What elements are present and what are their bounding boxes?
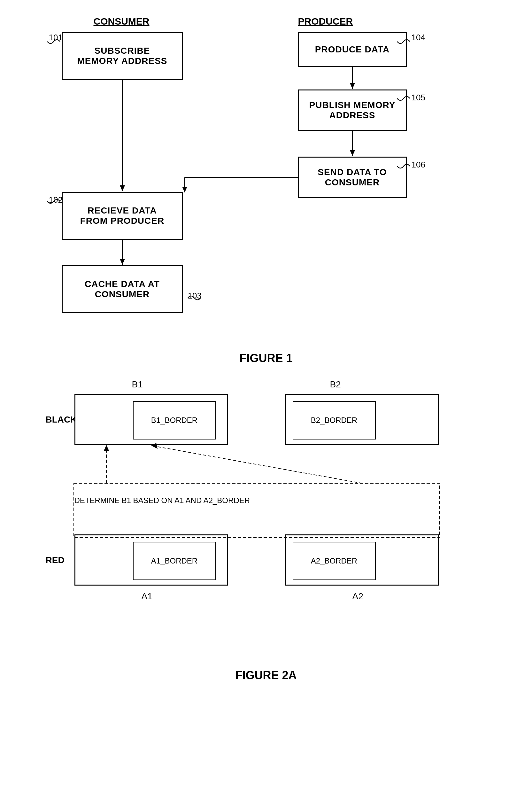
b1-outer-box: B1_BORDER: [74, 394, 228, 445]
a2-outer-box: A2_BORDER: [285, 534, 439, 586]
ref-102: 102: [49, 195, 63, 205]
svg-marker-15: [104, 445, 109, 451]
producer-label: PRODUCER: [298, 16, 353, 27]
figure2a-container: B1 B2 BLACK B1_BORDER B2_BORDER DETERMIN…: [42, 378, 490, 682]
publish-box: PUBLISH MEMORY ADDRESS: [298, 90, 407, 131]
ref-101: 101: [49, 33, 63, 42]
b1-label: B1: [132, 379, 143, 390]
subscribe-box: SUBSCRIBE MEMORY ADDRESS: [62, 32, 183, 80]
a1-outer-box: A1_BORDER: [74, 534, 228, 586]
a1-label: A1: [141, 591, 152, 602]
dashed-text: DETERMINE B1 BASED ON A1 AND A2_BORDER: [74, 496, 250, 505]
figure2a-caption: FIGURE 2A: [42, 669, 490, 682]
a2-label: A2: [353, 591, 363, 602]
ref-105: 105: [412, 93, 425, 102]
svg-marker-5: [350, 150, 355, 156]
b1-border-box: B1_BORDER: [133, 401, 216, 439]
receive-box: RECIEVE DATA FROM PRODUCER: [62, 192, 183, 240]
svg-line-12: [151, 446, 362, 483]
send-box: SEND DATA TO CONSUMER: [298, 157, 407, 198]
red-label: RED: [46, 555, 64, 565]
a1-border-box: A1_BORDER: [133, 542, 216, 580]
ref-106: 106: [412, 160, 425, 170]
ref-104: 104: [412, 33, 425, 42]
svg-rect-11: [74, 483, 440, 537]
ref-103: 103: [188, 291, 202, 301]
svg-marker-10: [120, 259, 125, 265]
figure1-caption: FIGURE 1: [19, 352, 513, 365]
cache-box: CACHE DATA AT CONSUMER: [62, 265, 183, 313]
svg-marker-1: [120, 185, 125, 191]
svg-marker-3: [350, 83, 355, 89]
b2-border-box: B2_BORDER: [293, 401, 376, 439]
page: CONSUMER PRODUCER SUBSCRIBE MEMORY ADDRE…: [0, 0, 532, 707]
figure1-diagram: CONSUMER PRODUCER SUBSCRIBE MEMORY ADDRE…: [42, 13, 490, 348]
figure1-container: CONSUMER PRODUCER SUBSCRIBE MEMORY ADDRE…: [19, 13, 513, 365]
b2-label: B2: [330, 379, 341, 390]
consumer-label: CONSUMER: [94, 16, 150, 27]
produce-box: PRODUCE DATA: [298, 32, 407, 67]
b2-outer-box: B2_BORDER: [285, 394, 439, 445]
figure2a-diagram: B1 B2 BLACK B1_BORDER B2_BORDER DETERMIN…: [42, 378, 490, 665]
black-label: BLACK: [46, 415, 77, 425]
a2-border-box: A2_BORDER: [293, 542, 376, 580]
